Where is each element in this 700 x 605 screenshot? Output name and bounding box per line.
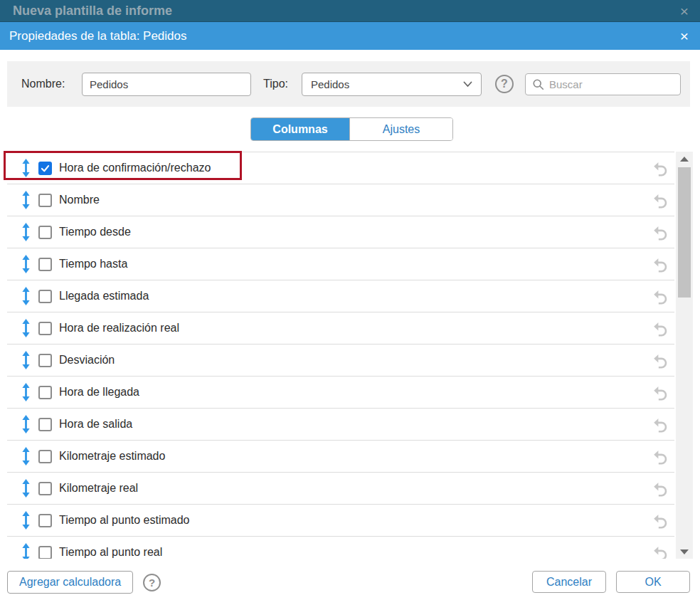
triangle-up-icon [680, 157, 689, 162]
column-checkbox[interactable] [38, 226, 52, 239]
scroll-up-button[interactable] [676, 152, 693, 166]
column-label: Hora de realización real [59, 322, 179, 335]
cancel-button[interactable]: Cancelar [532, 571, 606, 593]
type-label: Tipo: [263, 78, 288, 90]
undo-icon[interactable] [652, 288, 669, 305]
undo-icon[interactable] [652, 448, 669, 465]
drag-handle-icon[interactable] [21, 255, 31, 273]
tab-group: Columnas Ajustes [250, 117, 453, 141]
help-icon[interactable]: ? [495, 75, 514, 93]
column-row: Hora de llegada [7, 377, 674, 409]
dialog-header: Propiedades de la tabla: Pedidos × [0, 22, 700, 50]
column-label: Tiempo al punto real [59, 546, 162, 559]
undo-icon[interactable] [652, 352, 669, 369]
column-label: Tiempo desde [59, 226, 131, 238]
drag-handle-icon[interactable] [21, 543, 31, 559]
column-label: Llegada estimada [59, 290, 149, 302]
column-checkbox[interactable] [38, 514, 52, 527]
column-checkbox[interactable] [38, 450, 52, 463]
column-checkbox[interactable] [38, 354, 52, 367]
drag-handle-icon[interactable] [21, 223, 31, 241]
name-label: Nombre: [21, 78, 65, 90]
window-close-icon[interactable]: × [680, 4, 689, 19]
type-select[interactable]: Pedidos [302, 73, 482, 96]
drag-handle-icon[interactable] [21, 511, 31, 530]
drag-handle-icon[interactable] [21, 351, 31, 369]
type-select-value: Pedidos [311, 78, 349, 90]
undo-icon[interactable] [652, 192, 669, 209]
column-label: Kilometraje real [59, 482, 138, 495]
column-label: Desviación [59, 354, 115, 367]
window-titlebar: Nueva plantilla de informe × [0, 0, 700, 22]
column-label: Hora de confirmación/rechazo [59, 162, 211, 174]
column-row: Kilometraje real [7, 473, 674, 505]
column-row: Desviación [7, 344, 674, 377]
column-checkbox[interactable] [38, 162, 52, 175]
column-row: Tiempo al punto estimado [7, 505, 674, 537]
column-label: Kilometraje estimado [59, 450, 165, 463]
column-row: Hora de realización real [7, 312, 674, 344]
column-label: Hora de llegada [59, 386, 139, 399]
search-box[interactable] [525, 73, 681, 95]
drag-handle-icon[interactable] [21, 191, 31, 209]
column-checkbox[interactable] [38, 386, 52, 399]
column-row: Llegada estimada [7, 280, 674, 312]
column-checkbox[interactable] [38, 322, 52, 335]
column-row: Nombre [7, 184, 674, 216]
column-row: Hora de salida [7, 409, 674, 441]
scroll-down-button[interactable] [676, 544, 693, 559]
column-row: Kilometraje estimado [7, 441, 674, 473]
drag-handle-icon[interactable] [21, 383, 31, 401]
column-checkbox[interactable] [38, 546, 52, 559]
tab-ajustes[interactable]: Ajustes [349, 118, 452, 140]
column-checkbox[interactable] [38, 194, 52, 207]
column-checkbox[interactable] [38, 258, 52, 271]
chevron-down-icon [463, 81, 472, 88]
triangle-down-icon [680, 549, 689, 554]
form-bar: Nombre: Tipo: Pedidos ? [7, 61, 690, 107]
undo-icon[interactable] [652, 224, 669, 241]
scrollbar-thumb[interactable] [678, 167, 691, 298]
drag-handle-icon[interactable] [21, 447, 31, 465]
undo-icon[interactable] [652, 416, 669, 433]
undo-icon[interactable] [652, 320, 669, 337]
drag-handle-icon[interactable] [21, 287, 31, 305]
scrollbar[interactable] [676, 152, 693, 559]
tab-columnas[interactable]: Columnas [251, 118, 349, 140]
dialog-title: Propiedades de la tabla: Pedidos [9, 29, 187, 43]
column-row: Tiempo desde [7, 216, 674, 248]
column-label: Hora de salida [59, 418, 132, 431]
dialog-close-icon[interactable]: × [680, 28, 689, 43]
column-row: Hora de confirmación/rechazo [7, 152, 674, 184]
window-title: Nueva plantilla de informe [13, 4, 172, 19]
columns-list: Hora de confirmación/rechazo Nombre [7, 152, 674, 559]
undo-icon[interactable] [652, 512, 669, 529]
column-checkbox[interactable] [38, 290, 52, 303]
undo-icon[interactable] [652, 160, 669, 177]
column-label: Tiempo al punto estimado [59, 514, 190, 527]
ok-button[interactable]: OK [616, 571, 690, 593]
undo-icon[interactable] [652, 256, 669, 273]
help-icon-footer[interactable]: ? [143, 574, 161, 591]
drag-handle-icon[interactable] [21, 319, 31, 337]
search-icon [532, 78, 545, 91]
column-checkbox[interactable] [38, 418, 52, 431]
search-input[interactable] [549, 78, 680, 90]
undo-icon[interactable] [652, 384, 669, 401]
drag-handle-icon[interactable] [21, 415, 31, 433]
name-input[interactable] [82, 73, 251, 96]
undo-icon[interactable] [652, 480, 669, 497]
add-calculator-button[interactable]: Agregar calculadora [7, 571, 133, 594]
column-row: Tiempo hasta [7, 248, 674, 280]
column-row: Tiempo al punto real [7, 537, 674, 559]
column-label: Tiempo hasta [59, 258, 127, 270]
drag-handle-icon[interactable] [21, 159, 31, 177]
column-checkbox[interactable] [38, 482, 52, 495]
undo-icon[interactable] [652, 544, 669, 559]
drag-handle-icon[interactable] [21, 479, 31, 498]
column-label: Nombre [59, 194, 100, 206]
